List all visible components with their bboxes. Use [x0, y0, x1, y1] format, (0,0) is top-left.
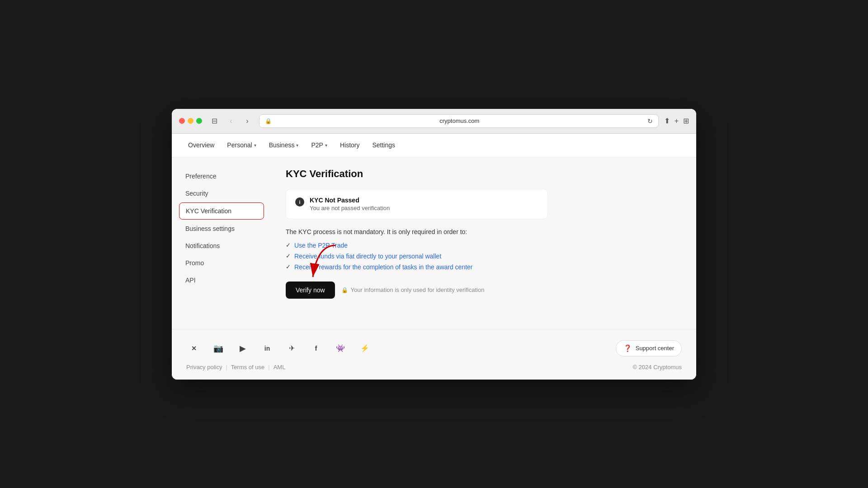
sidebar-item-security[interactable]: Security [179, 185, 264, 202]
forward-button[interactable]: › [241, 115, 254, 127]
info-icon: i [295, 197, 304, 206]
grid-icon[interactable]: ⊞ [683, 117, 689, 125]
lock-small-icon: 🔒 [341, 287, 348, 293]
browser-chrome: ⊟ ‹ › 🔒 cryptomus.com ↻ ⬆ + ⊞ [172, 109, 696, 134]
kyc-description: The KYC process is not mandatory. It is … [286, 228, 548, 235]
sidebar-toggle-button[interactable]: ⊟ [208, 116, 221, 126]
footer-links-row: Privacy policy | Terms of use | AML © 20… [186, 364, 682, 371]
reload-button[interactable]: ↻ [647, 117, 653, 125]
kyc-page-content: KYC Verification i KYC Not Passed You ar… [271, 157, 696, 329]
sidebar-item-preference[interactable]: Preference [179, 168, 264, 184]
verify-note: 🔒 Your information is only used for iden… [341, 286, 485, 293]
list-item: ✓ Use the P2P Trade [286, 242, 682, 249]
main-content: Preference Security KYC Verification Bus… [172, 157, 696, 329]
kyc-status-title: KYC Not Passed [310, 197, 390, 204]
sidebar-item-business-settings[interactable]: Business settings [179, 221, 264, 237]
browser-actions: ⬆ + ⊞ [664, 117, 689, 125]
nav-item-overview[interactable]: Overview [183, 138, 220, 152]
nav-item-history[interactable]: History [335, 138, 365, 152]
reddit-icon[interactable]: 👾 [333, 341, 348, 356]
kyc-requirements-list: ✓ Use the P2P Trade ✓ Receive funds via … [286, 242, 682, 271]
minimize-button[interactable] [188, 118, 193, 124]
social-icons: ✕ 📷 ▶ in ✈ f 👾 ⚡ [186, 341, 373, 356]
check-icon: ✓ [286, 253, 291, 259]
address-bar[interactable]: 🔒 cryptomus.com ↻ [259, 114, 659, 128]
check-icon: ✓ [286, 242, 291, 249]
nav-item-p2p[interactable]: P2P ▾ [306, 138, 332, 152]
add-tab-icon[interactable]: + [675, 117, 679, 125]
facebook-icon[interactable]: f [308, 341, 324, 356]
share-icon[interactable]: ⬆ [664, 117, 670, 125]
copyright-text: © 2024 Cryptomus [632, 364, 682, 371]
chevron-down-icon: ▾ [296, 143, 298, 148]
chevron-down-icon: ▾ [325, 143, 327, 148]
discord-icon[interactable]: ⚡ [357, 341, 373, 356]
footer-left-links: Privacy policy | Terms of use | AML [186, 364, 285, 371]
sidebar-item-kyc-verification[interactable]: KYC Verification [179, 202, 264, 220]
sidebar-item-api[interactable]: API [179, 272, 264, 288]
site-navigation: Overview Personal ▾ Business ▾ P2P ▾ His… [172, 134, 696, 157]
traffic-lights [179, 118, 202, 124]
question-icon: ❓ [623, 344, 632, 352]
footer-social-row: ✕ 📷 ▶ in ✈ f 👾 ⚡ ❓ Support center [186, 340, 682, 357]
twitter-x-icon[interactable]: ✕ [186, 341, 202, 356]
check-icon: ✓ [286, 263, 291, 270]
url-text: cryptomus.com [275, 117, 644, 124]
browser-controls: ⊟ ‹ › [208, 115, 254, 127]
site-footer: ✕ 📷 ▶ in ✈ f 👾 ⚡ ❓ Support center Privac… [172, 329, 696, 380]
browser-window: ⊟ ‹ › 🔒 cryptomus.com ↻ ⬆ + ⊞ Overview P… [172, 109, 696, 380]
support-center-button[interactable]: ❓ Support center [616, 340, 682, 357]
page-title: KYC Verification [286, 168, 682, 180]
list-item: ✓ Receive funds via fiat directly to you… [286, 253, 682, 260]
maximize-button[interactable] [196, 118, 202, 124]
linkedin-icon[interactable]: in [259, 341, 275, 356]
kyc-status-subtitle: You are not passed verification [310, 205, 390, 211]
telegram-icon[interactable]: ✈ [284, 341, 299, 356]
close-button[interactable] [179, 118, 185, 124]
settings-sidebar: Preference Security KYC Verification Bus… [172, 157, 271, 329]
instagram-icon[interactable]: 📷 [211, 341, 226, 356]
sidebar-item-promo[interactable]: Promo [179, 255, 264, 271]
youtube-icon[interactable]: ▶ [235, 341, 250, 356]
verify-now-button[interactable]: Verify now [286, 282, 335, 299]
lock-icon: 🔒 [265, 118, 272, 124]
nav-item-personal[interactable]: Personal ▾ [222, 138, 261, 152]
aml-link[interactable]: AML [274, 364, 286, 371]
privacy-policy-link[interactable]: Privacy policy [186, 364, 222, 371]
verify-row: Verify now 🔒 Your information is only us… [286, 282, 682, 299]
list-item: ✓ Receive rewards for the completion of … [286, 263, 682, 271]
chevron-down-icon: ▾ [254, 143, 256, 148]
sidebar-item-notifications[interactable]: Notifications [179, 238, 264, 254]
kyc-status-text: KYC Not Passed You are not passed verifi… [310, 197, 390, 211]
terms-of-use-link[interactable]: Terms of use [231, 364, 264, 371]
back-button[interactable]: ‹ [225, 115, 237, 127]
kyc-status-box: i KYC Not Passed You are not passed veri… [286, 189, 548, 219]
nav-item-settings[interactable]: Settings [367, 138, 401, 152]
nav-item-business[interactable]: Business ▾ [264, 138, 304, 152]
